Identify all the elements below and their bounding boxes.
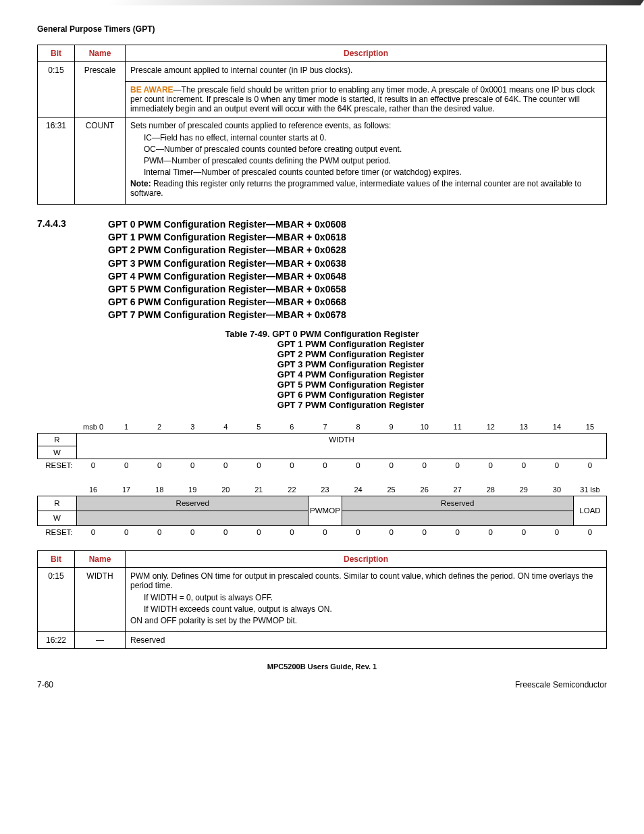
bit-num: 11 (441, 421, 474, 434)
reset-val: 0 (143, 459, 176, 471)
cell-name: Prescale (75, 62, 126, 118)
reset-val: 0 (77, 459, 110, 471)
cell-desc: Prescale amount applied to internal coun… (126, 62, 607, 118)
reset-row: RESET: 0 0 0 0 0 0 0 0 0 0 0 0 0 0 0 0 (38, 459, 607, 471)
cell-bit: 16:31 (38, 118, 75, 205)
section-title-line: GPT 1 PWM Configuration Register—MBAR + … (108, 231, 346, 243)
reset-row: RESET: 0 0 0 0 0 0 0 0 0 0 0 0 0 0 0 0 (38, 525, 607, 538)
bit-num: 19 (176, 484, 209, 496)
caption-sub: GPT 7 PWM Configuration Register (95, 400, 607, 410)
desc-it: Internal Timer—Number of prescaled count… (130, 167, 601, 177)
bit-num: 4 (209, 421, 242, 434)
reset-val: 0 (507, 525, 540, 538)
section-title-line: GPT 3 PWM Configuration Register—MBAR + … (108, 257, 346, 269)
desc-pwm: PWM—Number of prescaled counts defining … (130, 156, 601, 165)
reset-label: RESET: (38, 459, 77, 471)
bit-num: 21 (242, 484, 275, 496)
reset-val: 0 (342, 525, 375, 538)
desc-line: If WIDTH exceeds count value, output is … (130, 604, 601, 614)
bit-num: 23 (308, 484, 342, 496)
desc-line: Sets number of prescaled counts applied … (130, 121, 601, 130)
table-row: 16:22 — Reserved (38, 631, 607, 648)
cell-bit: 0:15 (38, 62, 75, 118)
note-label: Note: (130, 179, 151, 188)
th-name: Name (75, 45, 126, 62)
caption-sub: GPT 2 PWM Configuration Register (95, 349, 607, 359)
bit-num: 12 (474, 421, 507, 434)
reset-val: 0 (375, 459, 408, 471)
reset-val: 0 (110, 525, 143, 538)
cell-name: WIDTH (75, 567, 126, 631)
description-table-2: Bit Name Description 0:15 WIDTH PWM only… (37, 550, 607, 649)
bit-num: 16 (77, 484, 110, 496)
reset-val: 0 (507, 459, 540, 471)
desc-aware: BE AWARE—The prescale field should be wr… (126, 81, 606, 117)
section-title-line: GPT 2 PWM Configuration Register—MBAR + … (108, 244, 346, 256)
reset-val: 0 (176, 459, 209, 471)
cell-desc: PWM only. Defines ON time for output in … (126, 567, 607, 631)
bit-num: 30 (540, 484, 573, 496)
th-name: Name (75, 550, 126, 567)
reset-val: 0 (540, 459, 573, 471)
bit-num: 5 (242, 421, 275, 434)
th-desc: Description (126, 45, 607, 62)
note-text: Reading this register only returns the p… (130, 179, 581, 198)
reset-val: 0 (143, 525, 176, 538)
w-label: W (38, 511, 77, 525)
bit-num: 15 (573, 421, 606, 434)
section-title-line: GPT 6 PWM Configuration Register—MBAR + … (108, 296, 346, 308)
reset-val: 0 (110, 459, 143, 471)
reset-val: 0 (573, 459, 606, 471)
reset-val: 0 (474, 459, 507, 471)
table-row: 16:31 COUNT Sets number of prescaled cou… (38, 118, 607, 205)
footer-company: Freescale Semiconductor (515, 680, 607, 689)
bit-num: 26 (408, 484, 441, 496)
table-row: 0:15 WIDTH PWM only. Defines ON time for… (38, 567, 607, 631)
cell-bit: 16:22 (38, 631, 75, 648)
reset-val: 0 (242, 459, 275, 471)
reset-val: 0 (209, 459, 242, 471)
caption-sub: GPT 4 PWM Configuration Register (95, 369, 607, 380)
field-reserved-w (342, 511, 573, 525)
desc-line: PWM only. Defines ON time for output in … (130, 571, 601, 590)
desc-ic: IC—Field has no effect, internal counter… (130, 133, 601, 142)
r-row: R WIDTH (38, 433, 607, 446)
bit-num: 28 (474, 484, 507, 496)
reset-val: 0 (441, 459, 474, 471)
table-row: 0:15 Prescale Prescale amount applied to… (38, 62, 607, 118)
bit-header-row: msb 0 1 2 3 4 5 6 7 8 9 10 11 12 13 14 1… (38, 421, 607, 434)
caption-sub: GPT 1 PWM Configuration Register (95, 339, 607, 349)
th-desc: Description (126, 550, 607, 567)
bit-num: 24 (342, 484, 375, 496)
bit-num: 2 (143, 421, 176, 434)
bit-num: 10 (408, 421, 441, 434)
bit-num: 31 lsb (573, 484, 606, 496)
bit-header-row: 16 17 18 19 20 21 22 23 24 25 26 27 28 2… (38, 484, 607, 496)
desc-line: ON and OFF polarity is set by the PWMOP … (130, 616, 601, 625)
bit-num: 8 (342, 421, 375, 434)
desc-oc: OC—Number of prescaled counts counted be… (130, 145, 601, 154)
field-reserved: Reserved (77, 496, 308, 511)
register-diagram: msb 0 1 2 3 4 5 6 7 8 9 10 11 12 13 14 1… (37, 421, 607, 538)
footer-row: 7-60 Freescale Semiconductor (37, 680, 607, 689)
reset-val: 0 (275, 459, 308, 471)
bit-num: 27 (441, 484, 474, 496)
reset-val: 0 (308, 459, 342, 471)
desc-line: If WIDTH = 0, output is always OFF. (130, 593, 601, 602)
reset-val: 0 (474, 525, 507, 538)
bit-num: 14 (540, 421, 573, 434)
desc-note: Note: Reading this register only returns… (130, 179, 601, 198)
th-bit: Bit (38, 550, 75, 567)
w-label: W (38, 446, 77, 459)
reset-val: 0 (375, 525, 408, 538)
reset-val: 0 (408, 459, 441, 471)
reset-val: 0 (342, 459, 375, 471)
description-table-1: Bit Name Description 0:15 Prescale Presc… (37, 45, 607, 205)
field-load: LOAD (573, 496, 606, 525)
bit-num: 29 (507, 484, 540, 496)
field-width: WIDTH (77, 433, 607, 459)
cell-desc: Reserved (126, 631, 607, 648)
reset-val: 0 (573, 525, 606, 538)
reset-val: 0 (441, 525, 474, 538)
reset-val: 0 (275, 525, 308, 538)
